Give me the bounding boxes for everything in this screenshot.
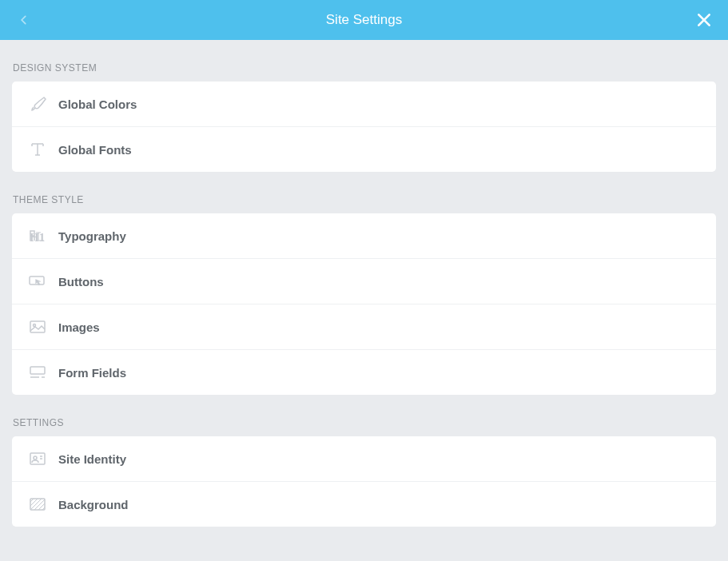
list-item-label: Global Colors: [58, 97, 137, 111]
list-item-label: Global Fonts: [58, 143, 132, 157]
list-item-label: Form Fields: [58, 366, 126, 380]
list-item-typography[interactable]: H1 Typography: [12, 213, 716, 259]
list-item-label: Buttons: [58, 275, 104, 288]
list-item-label: Images: [58, 320, 100, 334]
list-item-buttons[interactable]: Buttons: [12, 259, 716, 304]
brush-icon: [28, 94, 47, 113]
list-item-site-identity[interactable]: Site Identity: [12, 436, 716, 482]
text-icon: [28, 140, 47, 159]
list-item-images[interactable]: Images: [12, 304, 716, 350]
typography-icon: H1: [28, 226, 47, 245]
close-icon: [696, 12, 712, 28]
form-icon: [28, 363, 47, 382]
section-header-theme-style: THEME STYLE: [0, 172, 728, 213]
svg-rect-4: [30, 367, 45, 374]
settings-list: Site Identity Background: [12, 436, 716, 527]
list-item-label: Typography: [58, 229, 126, 243]
close-button[interactable]: [694, 10, 714, 30]
svg-point-3: [34, 324, 36, 327]
design-system-list: Global Colors Global Fonts: [12, 82, 716, 172]
image-icon: [28, 317, 47, 336]
svg-text:H1: H1: [30, 231, 45, 244]
page-title: Site Settings: [34, 12, 694, 28]
chevron-left-icon: [18, 12, 30, 28]
identity-icon: [28, 449, 47, 468]
list-item-global-colors[interactable]: Global Colors: [12, 82, 716, 127]
section-header-settings: SETTINGS: [0, 395, 728, 436]
list-item-label: Background: [58, 498, 129, 511]
list-item-global-fonts[interactable]: Global Fonts: [12, 127, 716, 172]
list-item-background[interactable]: Background: [12, 482, 716, 527]
background-icon: [28, 495, 47, 514]
header: Site Settings: [0, 0, 728, 40]
theme-style-list: H1 Typography Buttons Ima: [12, 213, 716, 395]
back-button[interactable]: [14, 10, 34, 30]
button-icon: [28, 272, 47, 291]
section-header-design-system: DESIGN SYSTEM: [0, 40, 728, 82]
svg-point-6: [34, 456, 37, 460]
list-item-label: Site Identity: [58, 452, 126, 466]
list-item-form-fields[interactable]: Form Fields: [12, 350, 716, 395]
content: DESIGN SYSTEM Global Colors Global Fonts…: [0, 40, 728, 527]
